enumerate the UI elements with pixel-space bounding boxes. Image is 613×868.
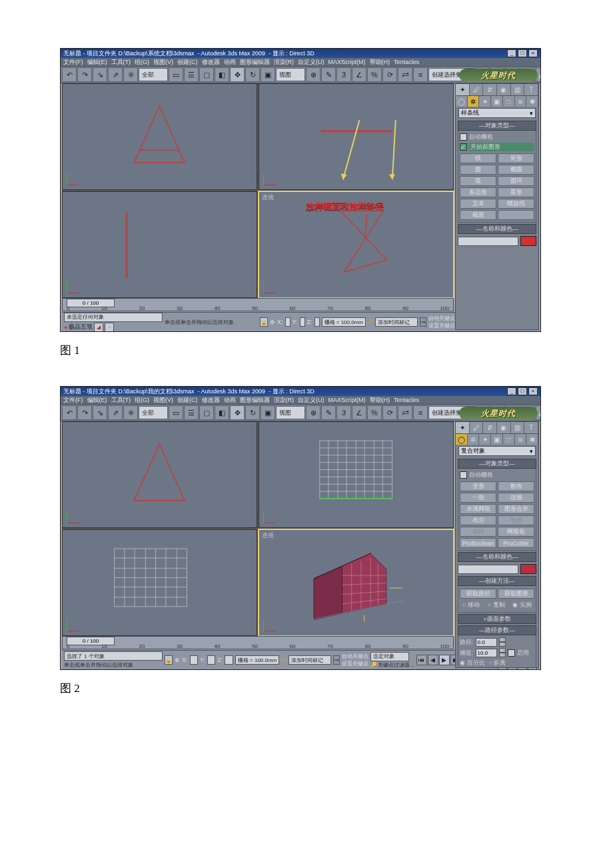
shapemerge-button[interactable]: 图形合并 <box>498 504 534 514</box>
rollout-path-params[interactable]: — 路径参数 — <box>458 625 536 635</box>
spacewarps-icon[interactable]: ≋ <box>515 434 527 445</box>
terrain-button[interactable]: 地形 <box>498 515 534 525</box>
undo-icon[interactable]: ↶ <box>62 67 77 82</box>
text-button[interactable]: 文本 <box>460 199 496 209</box>
select-icon[interactable]: ▭ <box>169 405 183 420</box>
section-button[interactable]: 截面 <box>460 210 496 220</box>
motion-tab-icon[interactable]: ◉ <box>497 422 511 433</box>
cameras-icon[interactable]: ▣ <box>491 96 503 107</box>
angle-snap-icon[interactable]: ∠ <box>352 67 366 82</box>
donut-button[interactable]: 圆环 <box>498 176 534 186</box>
lights-icon[interactable]: ✦ <box>479 434 491 445</box>
selection-filter-dropdown[interactable]: 全部 <box>139 68 168 81</box>
ref-coord-dropdown[interactable]: 视图 <box>276 406 305 419</box>
arc-button[interactable]: 弧 <box>460 176 496 186</box>
geometry-icon[interactable]: ◯ <box>456 96 468 107</box>
shapes-icon[interactable]: ✲ <box>468 96 480 107</box>
color-swatch[interactable] <box>520 564 536 574</box>
time-slider[interactable]: 0 / 100 0102030405060708090100 <box>62 636 454 649</box>
modify-tab-icon[interactable]: 🖊 <box>470 84 484 95</box>
circle-button[interactable]: 圆 <box>460 165 496 175</box>
select-name-icon[interactable]: ☰ <box>184 67 199 82</box>
loft-button[interactable]: 放样 <box>460 527 496 537</box>
snap-icon[interactable]: 3 <box>336 67 351 82</box>
helpers-icon[interactable]: □ <box>503 96 515 107</box>
line-button[interactable]: 线 <box>460 153 496 163</box>
maximize-button[interactable]: □ <box>518 49 527 57</box>
rollout-surface-params[interactable]: + 曲面参数 <box>458 614 536 624</box>
cameras-icon[interactable]: ▣ <box>491 434 503 445</box>
rotate-icon[interactable]: ↻ <box>245 67 260 82</box>
selection-filter-dropdown[interactable]: 全部 <box>139 406 168 419</box>
scale-icon[interactable]: ▣ <box>261 67 275 82</box>
maximize-button[interactable]: □ <box>518 387 527 395</box>
hierarchy-tab-icon[interactable]: ⇵ <box>483 84 497 95</box>
helpers-icon[interactable]: □ <box>503 434 515 445</box>
motion-tab-icon[interactable]: ◉ <box>497 84 511 95</box>
viewport-front[interactable] <box>259 83 454 190</box>
rectangle-button[interactable]: 矩形 <box>498 153 534 163</box>
morph-button[interactable]: 变形 <box>460 481 496 491</box>
lock-icon[interactable]: 🔒 <box>260 317 268 327</box>
manip-icon[interactable]: ✎ <box>321 405 336 420</box>
time-slider[interactable]: 0 / 100 0102030405060708090100 <box>62 298 454 311</box>
rotate-icon[interactable]: ↻ <box>245 405 260 420</box>
rollout-object-type[interactable]: — 对象类型 — <box>458 459 536 469</box>
spinner-snap-icon[interactable]: ⟳ <box>382 67 397 82</box>
color-swatch[interactable] <box>520 236 536 246</box>
menu-bar[interactable]: 文件(F)编辑(E)工具(T)组(G)视图(V)创建(C)修改器动画图形编辑器渲… <box>61 58 540 66</box>
scale-icon[interactable]: ▣ <box>261 405 275 420</box>
lock-icon[interactable]: 🔒 <box>165 655 173 665</box>
auto-key-button[interactable]: 自动关键点 <box>428 315 455 322</box>
spinner-snap-icon[interactable]: ⟳ <box>382 405 397 420</box>
procutter-button[interactable]: ProCutter <box>498 538 534 548</box>
snap-value-field[interactable]: 10.0 <box>476 649 497 657</box>
boolean-button[interactable]: 布尔 <box>460 515 496 525</box>
bind-icon[interactable]: ※ <box>123 67 138 82</box>
geometry-icon[interactable]: ◯ <box>456 434 468 445</box>
rollout-object-type[interactable]: — 对象类型 — <box>458 121 536 131</box>
get-path-button[interactable]: 获取路径 <box>460 589 496 599</box>
manip-icon[interactable]: ✎ <box>321 67 336 82</box>
coord-z-field[interactable] <box>314 317 320 327</box>
close-button[interactable]: × <box>528 387 538 395</box>
conform-button[interactable]: 一致 <box>460 493 496 503</box>
spacewarps-icon[interactable]: ≋ <box>515 96 527 107</box>
category-dropdown[interactable]: 复合对象▾ <box>458 446 536 456</box>
hierarchy-tab-icon[interactable]: ⇵ <box>483 422 497 433</box>
unlink-icon[interactable]: ⇗ <box>108 405 123 420</box>
close-button[interactable]: × <box>528 49 538 57</box>
coord-x-field[interactable] <box>190 655 198 665</box>
viewport-perspective[interactable]: 透视 放样截面和放样路径 <box>259 191 454 298</box>
coord-z-field[interactable] <box>225 655 233 665</box>
bind-icon[interactable]: ※ <box>123 405 138 420</box>
pivot-icon[interactable]: ⊕ <box>306 405 320 420</box>
get-shape-button[interactable]: 获取图形 <box>498 589 534 599</box>
lights-icon[interactable]: ✦ <box>479 96 491 107</box>
coord-x-field[interactable] <box>285 317 291 327</box>
coord-y-field[interactable] <box>207 655 215 665</box>
percent-snap-icon[interactable]: % <box>367 67 382 82</box>
mesher-button[interactable]: 网格化 <box>498 527 534 537</box>
viewport-perspective[interactable]: 透视 <box>259 529 454 636</box>
redo-icon[interactable]: ↷ <box>77 67 92 82</box>
display-tab-icon[interactable]: ▥ <box>511 84 525 95</box>
minimize-button[interactable]: _ <box>507 49 516 57</box>
window-crossing-icon[interactable]: ◧ <box>215 405 229 420</box>
systems-icon[interactable]: ✱ <box>526 96 538 107</box>
auto-key-button[interactable]: 自动关键点 <box>342 653 368 660</box>
mirror-icon[interactable]: ⮂ <box>398 405 412 420</box>
minimize-button[interactable]: _ <box>507 387 516 395</box>
create-tab-icon[interactable]: ✦ <box>456 84 470 95</box>
select-name-icon[interactable]: ☰ <box>184 405 199 420</box>
utility-tab-icon[interactable]: T <box>524 422 538 433</box>
set-key-button[interactable]: 设置关键点 <box>428 322 455 329</box>
viewport-top[interactable] <box>62 83 257 190</box>
move-icon[interactable]: ✥ <box>230 67 245 82</box>
scatter-button[interactable]: 散布 <box>498 481 534 491</box>
display-tab-icon[interactable]: ▥ <box>511 422 525 433</box>
align-icon[interactable]: ≡ <box>413 405 428 420</box>
create-tab-icon[interactable]: ✦ <box>456 422 470 433</box>
menu-bar[interactable]: 文件(F)编辑(E)工具(T)组(G)视图(V)创建(C)修改器动画图形编辑器渲… <box>61 396 540 404</box>
object-name-field[interactable] <box>458 237 518 246</box>
